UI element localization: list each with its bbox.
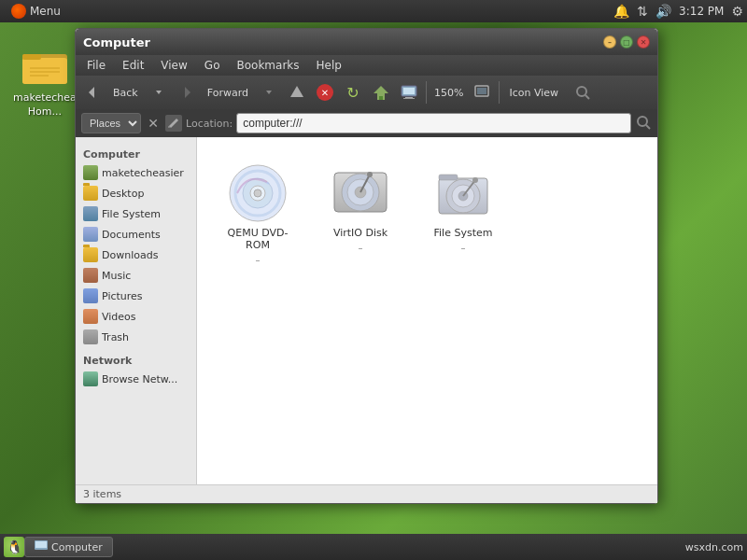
- desktop-home-icon[interactable]: maketechea Hom...: [9, 41, 80, 121]
- refresh-button[interactable]: ↻: [340, 79, 366, 105]
- statusbar: 3 items: [76, 484, 657, 503]
- trash-icon: [83, 329, 98, 344]
- virtio-info: –: [359, 243, 363, 253]
- sidebar-item-music[interactable]: Music: [76, 265, 196, 286]
- menu-help[interactable]: Help: [309, 57, 349, 74]
- sidebar-network-header: Network: [76, 351, 196, 369]
- forward-dropdown[interactable]: [256, 79, 282, 105]
- svg-marker-9: [266, 91, 272, 94]
- sidebar-item-browse-network[interactable]: Browse Netw...: [76, 369, 196, 389]
- file-item-virtio[interactable]: VirtIO Disk –: [318, 156, 402, 273]
- sidebar-item-home[interactable]: maketecheasier: [76, 162, 196, 183]
- minimize-button[interactable]: –: [603, 35, 616, 49]
- svg-line-21: [585, 95, 589, 99]
- status-text: 3 items: [83, 488, 121, 500]
- sidebar-item-documents[interactable]: Documents: [76, 224, 196, 245]
- documents-icon: [83, 227, 98, 242]
- location-clear-button[interactable]: ✕: [145, 115, 162, 132]
- up-button[interactable]: [284, 79, 310, 105]
- svg-rect-17: [403, 98, 415, 99]
- desktop: Menu 🔔 ⇅ 🔊 3:12 PM ⚙ maketechea Hom...: [0, 0, 747, 560]
- menubar: File Edit View Go Bookmarks Help: [76, 55, 657, 76]
- location-edit-button[interactable]: [165, 115, 182, 132]
- svg-point-35: [367, 172, 373, 177]
- filesystem-icon: [83, 206, 98, 221]
- bell-icon[interactable]: 🔔: [613, 4, 629, 19]
- sidebar: Computer maketecheasier Desktop File Sys…: [76, 137, 197, 484]
- menu-go[interactable]: Go: [197, 57, 228, 74]
- svg-rect-19: [477, 88, 486, 94]
- back-button[interactable]: Back: [107, 83, 144, 103]
- menu-view[interactable]: View: [153, 57, 194, 74]
- taskbar-computer-item[interactable]: Computer: [24, 537, 113, 557]
- virtio-icon-container: [331, 163, 390, 223]
- sidebar-item-videos[interactable]: Videos: [76, 306, 196, 327]
- desktop-icon-line1: maketechea: [13, 91, 77, 104]
- maximize-button[interactable]: □: [620, 35, 633, 49]
- volume-icon[interactable]: 🔊: [655, 4, 671, 19]
- close-icon: ✕: [641, 38, 647, 47]
- sidebar-item-label-filesystem: File System: [102, 208, 161, 220]
- sidebar-item-pictures[interactable]: Pictures: [76, 286, 196, 306]
- svg-point-42: [472, 177, 478, 183]
- sidebar-item-label-desktop: Desktop: [102, 188, 144, 200]
- svg-rect-40: [439, 175, 458, 180]
- sidebar-item-label-home: maketecheasier: [102, 167, 184, 179]
- svg-marker-7: [156, 91, 162, 94]
- back-button-icon[interactable]: [79, 79, 106, 105]
- svg-rect-15: [403, 88, 415, 94]
- location-search-icon[interactable]: [635, 114, 652, 133]
- sidebar-item-desktop[interactable]: Desktop: [76, 183, 196, 203]
- sidebar-item-filesystem[interactable]: File System: [76, 203, 196, 224]
- settings-icon[interactable]: ⚙: [731, 4, 743, 19]
- menu-bookmarks[interactable]: Bookmarks: [229, 57, 306, 74]
- svg-point-20: [577, 87, 586, 96]
- file-item-dvd[interactable]: QEMU DVD-ROM –: [216, 156, 300, 273]
- menu-button[interactable]: Menu: [4, 4, 68, 19]
- window-title: Computer: [83, 35, 150, 49]
- toolbar: Back Forward ✕ ↻: [76, 76, 657, 109]
- sidebar-item-label-downloads: Downloads: [102, 249, 158, 261]
- file-item-filesystem[interactable]: File System –: [421, 156, 505, 260]
- panel-right: 🔔 ⇅ 🔊 3:12 PM ⚙: [613, 4, 743, 19]
- forward-button[interactable]: Forward: [202, 83, 254, 103]
- taskbar-item-label: Computer: [51, 541, 103, 553]
- places-select[interactable]: Places: [81, 113, 141, 133]
- network-icon[interactable]: ⇅: [637, 4, 648, 19]
- menu-edit[interactable]: Edit: [115, 57, 151, 74]
- svg-marker-6: [89, 87, 94, 98]
- taskbar-logo: 🐧: [4, 537, 24, 557]
- filesystem-info: –: [461, 243, 466, 253]
- menu-file[interactable]: File: [79, 57, 113, 74]
- sidebar-network-section: Network Browse Netw...: [76, 351, 196, 389]
- sidebar-item-label-trash: Trash: [102, 331, 129, 343]
- sidebar-item-trash[interactable]: Trash: [76, 327, 196, 347]
- stop-button[interactable]: ✕: [312, 79, 338, 105]
- location-input[interactable]: [236, 113, 631, 133]
- svg-marker-10: [290, 86, 303, 97]
- home-button[interactable]: [368, 79, 394, 105]
- dvd-svg-icon: [228, 163, 288, 223]
- search-button[interactable]: [570, 79, 596, 105]
- content-area: Computer maketecheasier Desktop File Sys…: [76, 137, 657, 484]
- file-manager-window: Computer – □ ✕ File Edit View Go Bookmar…: [75, 28, 658, 504]
- computer-button[interactable]: [396, 79, 422, 105]
- sidebar-item-label-network: Browse Netw...: [102, 373, 177, 385]
- firefox-icon: [11, 4, 26, 19]
- zoom-icon-btn[interactable]: [469, 79, 495, 105]
- svg-point-23: [638, 117, 647, 126]
- svg-marker-8: [185, 87, 190, 98]
- back-dropdown[interactable]: [146, 79, 172, 105]
- virtio-label: VirtIO Disk: [333, 227, 388, 239]
- taskbar-window-icon: [35, 540, 48, 553]
- taskbar-right-label: wsxdn.com: [685, 541, 743, 553]
- sidebar-item-label-documents: Documents: [102, 229, 161, 241]
- close-button[interactable]: ✕: [637, 35, 650, 49]
- home-folder-icon: [22, 45, 67, 90]
- filesystem-svg-icon: [435, 165, 491, 221]
- forward-button-icon[interactable]: [174, 79, 200, 105]
- view-label[interactable]: Icon View: [503, 83, 564, 103]
- filesystem-icon-container: [433, 163, 493, 223]
- sidebar-item-downloads[interactable]: Downloads: [76, 245, 196, 265]
- desktop-icon-small: [83, 186, 98, 201]
